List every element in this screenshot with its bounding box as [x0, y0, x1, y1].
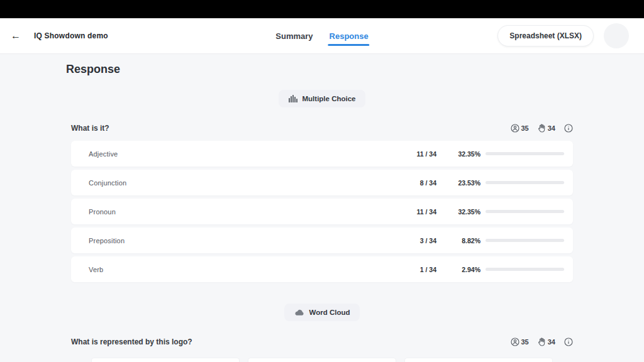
answer-label: Adjective — [89, 150, 392, 158]
participant-icon — [511, 337, 519, 346]
answer-progress-bar — [486, 181, 564, 184]
participants-count: 35 — [521, 124, 529, 132]
answer-row: Adjective 11 / 34 32.35% — [71, 141, 573, 167]
answer-count: 3 / 34 — [392, 237, 436, 244]
question-text: What is represented by this logo? — [71, 337, 192, 346]
answer-progress-bar — [486, 210, 564, 213]
answer-percent: 32.35% — [439, 150, 480, 158]
tab-summary[interactable]: Summary — [275, 18, 313, 53]
answer-count: 11 / 34 — [392, 150, 436, 158]
answer-percent: 2.94% — [439, 266, 480, 273]
presentation-title: IQ Showdown demo — [34, 31, 108, 40]
bar-chart-icon — [289, 95, 297, 102]
answer-row: Pronoun 11 / 34 32.35% — [71, 199, 573, 224]
info-icon[interactable] — [564, 124, 573, 133]
page-title: Response — [66, 53, 573, 76]
answer-percent: 32.35% — [439, 208, 480, 216]
participants-count: 35 — [521, 338, 529, 346]
slide-type-badge: Word Cloud — [284, 304, 360, 321]
section-word-cloud: Word Cloud What is represented by this l… — [71, 304, 573, 362]
answer-label: Verb — [89, 266, 392, 273]
answer-count: 8 / 34 — [392, 179, 436, 187]
hands-count: 34 — [548, 338, 555, 346]
tab-bar: Summary Response — [275, 18, 368, 53]
hands-count: 34 — [548, 124, 555, 132]
question-bar: What is represented by this logo? 35 — [71, 337, 573, 346]
raised-hand-icon — [538, 124, 546, 133]
answer-percent: 23.53% — [439, 179, 480, 187]
cloud-icon — [294, 309, 304, 316]
top-black-bar — [0, 0, 644, 18]
answer-progress-bar — [486, 239, 564, 242]
slide-type-badge: Multiple Choice — [279, 90, 366, 107]
answer-row: Conjunction 8 / 34 23.53% — [71, 170, 573, 195]
answer-percent: 8.82% — [439, 237, 480, 244]
header-right: Spreadsheet (XLSX) — [497, 23, 629, 48]
answer-label: Preposition — [89, 237, 392, 244]
hands-stat: 34 — [538, 337, 555, 346]
slide-type-label: Word Cloud — [309, 309, 350, 316]
avatar[interactable] — [604, 23, 629, 48]
participants-stat: 35 — [511, 337, 529, 346]
answer-count: 11 / 34 — [392, 208, 436, 216]
back-button[interactable]: ← — [9, 29, 23, 43]
section-multiple-choice: Multiple Choice What is it? 35 — [71, 90, 573, 282]
answer-label: Conjunction — [89, 179, 392, 187]
answer-label: Pronoun — [89, 208, 392, 216]
participants-stat: 35 — [511, 124, 529, 133]
answer-progress-bar — [486, 152, 564, 155]
app-header: ← IQ Showdown demo Summary Response Spre… — [0, 18, 644, 53]
question-text: What is it? — [71, 124, 109, 133]
response-card-placeholder — [404, 358, 553, 362]
hands-stat: 34 — [538, 124, 555, 133]
tab-response[interactable]: Response — [330, 18, 369, 53]
question-stats: 35 34 — [511, 337, 574, 346]
word-cloud-response-cards — [71, 358, 573, 362]
answer-row: Verb 1 / 34 2.94% — [71, 256, 573, 282]
question-bar: What is it? 35 — [71, 124, 573, 133]
response-card-placeholder — [91, 358, 240, 362]
slide-type-label: Multiple Choice — [303, 95, 356, 102]
answer-rows: Adjective 11 / 34 32.35% Conjunction 8 /… — [71, 141, 573, 282]
answer-progress-bar — [486, 268, 564, 271]
export-spreadsheet-button[interactable]: Spreadsheet (XLSX) — [497, 25, 594, 47]
info-icon[interactable] — [564, 337, 573, 346]
answer-row: Preposition 3 / 34 8.82% — [71, 228, 573, 253]
main-content: Response Multiple Choice What is it? — [71, 53, 573, 362]
participant-icon — [511, 124, 519, 133]
response-card-placeholder — [248, 358, 396, 362]
question-stats: 35 34 — [511, 124, 574, 133]
answer-count: 1 / 34 — [392, 266, 436, 273]
raised-hand-icon — [538, 337, 546, 346]
